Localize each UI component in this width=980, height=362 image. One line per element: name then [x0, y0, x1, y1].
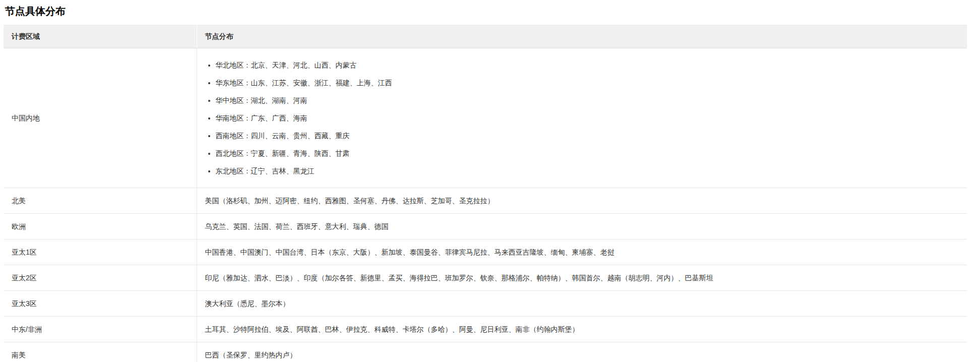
table-row: 亚太3区澳大利亚（悉尼、墨尔本） — [4, 291, 967, 317]
distribution-cell: 澳大利亚（悉尼、墨尔本） — [197, 291, 967, 317]
region-cell: 亚太1区 — [4, 239, 197, 265]
region-list: 华北地区：北京、天津、河北、山西、内蒙古华东地区：山东、江苏、安徽、浙江、福建、… — [205, 60, 959, 176]
page: 节点具体分布 计费区域 节点分布 中国内地华北地区：北京、天津、河北、山西、内蒙… — [0, 0, 980, 362]
region-list-item: 华中地区：湖北、湖南、河南 — [216, 95, 959, 105]
distribution-cell: 土耳其、沙特阿拉伯、埃及、阿联酋、巴林、伊拉克、科威特、卡塔尔（多哈）、阿曼、尼… — [197, 317, 967, 342]
table-row: 中国内地华北地区：北京、天津、河北、山西、内蒙古华东地区：山东、江苏、安徽、浙江… — [4, 48, 967, 188]
table-row: 亚太2区印尼（雅加达、泗水、巴淡）、印度（加尔各答、新德里、孟买、海得拉巴、班加… — [4, 265, 967, 291]
region-list-item: 华东地区：山东、江苏、安徽、浙江、福建、上海、江西 — [216, 78, 959, 88]
table-row: 中东/非洲土耳其、沙特阿拉伯、埃及、阿联酋、巴林、伊拉克、科威特、卡塔尔（多哈）… — [4, 317, 967, 342]
region-list-item: 华南地区：广东、广西、海南 — [216, 113, 959, 123]
region-cell: 北美 — [4, 188, 197, 214]
distribution-cell: 巴西（圣保罗、里约热内卢） — [197, 342, 967, 362]
distribution-cell: 中国香港、中国澳门、中国台湾、日本（东京、大阪）、新加坡、泰国曼谷、菲律宾马尼拉… — [197, 239, 967, 265]
page-title: 节点具体分布 — [5, 5, 967, 17]
table-header: 计费区域 节点分布 — [4, 25, 967, 48]
table-row: 欧洲乌克兰、英国、法国、荷兰、西班牙、意大利、瑞典、德国 — [4, 214, 967, 239]
region-cell: 中东/非洲 — [4, 317, 197, 342]
table-body: 中国内地华北地区：北京、天津、河北、山西、内蒙古华东地区：山东、江苏、安徽、浙江… — [4, 48, 967, 362]
header-billing-region: 计费区域 — [4, 25, 197, 48]
distribution-cell: 美国（洛杉矶、加州、迈阿密、纽约、西雅图、圣何塞、丹佛、达拉斯、芝加哥、圣克拉拉… — [197, 188, 967, 214]
region-cell: 欧洲 — [4, 214, 197, 239]
region-cell: 亚太3区 — [4, 291, 197, 317]
distribution-cell: 印尼（雅加达、泗水、巴淡）、印度（加尔各答、新德里、孟买、海得拉巴、班加罗尔、钦… — [197, 265, 967, 291]
distribution-cell: 乌克兰、英国、法国、荷兰、西班牙、意大利、瑞典、德国 — [197, 214, 967, 239]
region-cell: 南美 — [4, 342, 197, 362]
table-row: 亚太1区中国香港、中国澳门、中国台湾、日本（东京、大阪）、新加坡、泰国曼谷、菲律… — [4, 239, 967, 265]
region-list-item: 西北地区：宁夏、新疆、青海、陕西、甘肃 — [216, 148, 959, 158]
distribution-cell: 华北地区：北京、天津、河北、山西、内蒙古华东地区：山东、江苏、安徽、浙江、福建、… — [197, 48, 967, 188]
table-row: 北美美国（洛杉矶、加州、迈阿密、纽约、西雅图、圣何塞、丹佛、达拉斯、芝加哥、圣克… — [4, 188, 967, 214]
header-node-distribution: 节点分布 — [197, 25, 967, 48]
region-list-item: 东北地区：辽宁、吉林、黑龙江 — [216, 166, 959, 176]
node-distribution-table: 计费区域 节点分布 中国内地华北地区：北京、天津、河北、山西、内蒙古华东地区：山… — [4, 25, 967, 362]
region-cell: 中国内地 — [4, 48, 197, 188]
region-list-item: 华北地区：北京、天津、河北、山西、内蒙古 — [216, 60, 959, 70]
region-cell: 亚太2区 — [4, 265, 197, 291]
table-row: 南美巴西（圣保罗、里约热内卢） — [4, 342, 967, 362]
region-list-item: 西南地区：四川、云南、贵州、西藏、重庆 — [216, 131, 959, 141]
table-header-row: 计费区域 节点分布 — [4, 25, 967, 48]
